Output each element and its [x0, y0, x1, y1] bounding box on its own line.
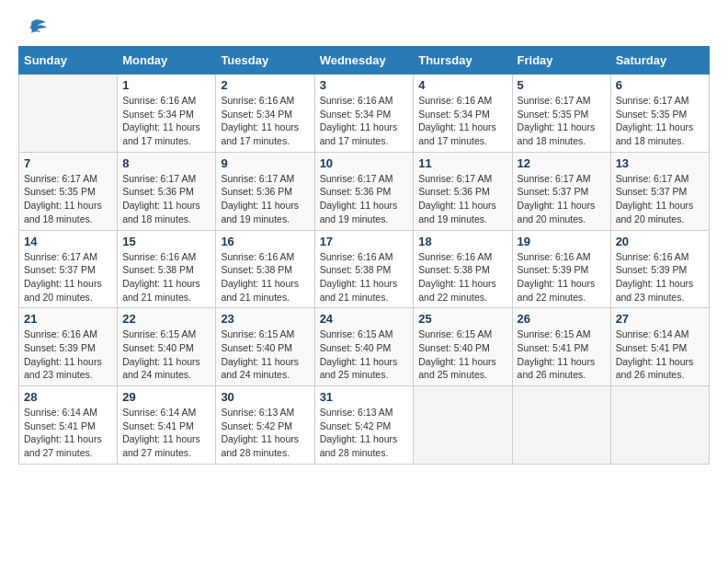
day-number: 1 — [122, 78, 210, 92]
day-number: 31 — [320, 390, 409, 404]
day-info: Sunrise: 6:16 AM Sunset: 5:39 PM Dayligh… — [24, 327, 112, 382]
day-info: Sunrise: 6:16 AM Sunset: 5:39 PM Dayligh… — [518, 250, 606, 304]
day-number: 11 — [418, 156, 506, 170]
day-info: Sunrise: 6:17 AM Sunset: 5:37 PM Dayligh… — [24, 250, 112, 304]
day-number: 30 — [221, 390, 309, 404]
calendar-cell: 19Sunrise: 6:16 AM Sunset: 5:39 PM Dayli… — [512, 230, 610, 308]
day-info: Sunrise: 6:15 AM Sunset: 5:40 PM Dayligh… — [221, 327, 309, 382]
calendar-cell: 28Sunrise: 6:14 AM Sunset: 5:41 PM Dayli… — [19, 386, 118, 465]
day-info: Sunrise: 6:14 AM Sunset: 5:41 PM Dayligh… — [122, 406, 210, 460]
day-number: 7 — [24, 156, 112, 170]
calendar-cell: 25Sunrise: 6:15 AM Sunset: 5:40 PM Dayli… — [414, 308, 512, 386]
header-saturday: Saturday — [610, 47, 709, 75]
day-number: 12 — [518, 156, 606, 170]
logo — [18, 18, 48, 37]
day-info: Sunrise: 6:16 AM Sunset: 5:39 PM Dayligh… — [616, 250, 704, 304]
calendar-cell: 24Sunrise: 6:15 AM Sunset: 5:40 PM Dayli… — [314, 308, 414, 386]
day-number: 22 — [122, 312, 210, 326]
calendar-table: SundayMondayTuesdayWednesdayThursdayFrid… — [18, 46, 710, 465]
day-info: Sunrise: 6:15 AM Sunset: 5:40 PM Dayligh… — [122, 327, 210, 382]
calendar-cell: 11Sunrise: 6:17 AM Sunset: 5:36 PM Dayli… — [414, 152, 512, 230]
day-info: Sunrise: 6:16 AM Sunset: 5:34 PM Dayligh… — [418, 94, 506, 148]
day-number: 25 — [418, 312, 506, 326]
day-number: 15 — [122, 235, 210, 248]
calendar-cell: 9Sunrise: 6:17 AM Sunset: 5:36 PM Daylig… — [216, 152, 314, 230]
header-sunday: Sunday — [19, 47, 118, 75]
calendar-cell: 7Sunrise: 6:17 AM Sunset: 5:35 PM Daylig… — [19, 152, 118, 230]
calendar-cell: 12Sunrise: 6:17 AM Sunset: 5:37 PM Dayli… — [512, 152, 610, 230]
day-info: Sunrise: 6:14 AM Sunset: 5:41 PM Dayligh… — [24, 406, 112, 460]
day-info: Sunrise: 6:17 AM Sunset: 5:35 PM Dayligh… — [616, 94, 704, 148]
day-number: 6 — [616, 78, 704, 92]
calendar-cell: 10Sunrise: 6:17 AM Sunset: 5:36 PM Dayli… — [314, 152, 414, 230]
day-info: Sunrise: 6:17 AM Sunset: 5:36 PM Dayligh… — [320, 172, 409, 226]
day-number: 24 — [320, 312, 409, 326]
day-number: 4 — [418, 78, 506, 92]
day-info: Sunrise: 6:17 AM Sunset: 5:36 PM Dayligh… — [122, 172, 210, 226]
day-number: 10 — [320, 156, 409, 170]
calendar-week-2: 7Sunrise: 6:17 AM Sunset: 5:35 PM Daylig… — [19, 152, 710, 230]
calendar-cell: 3Sunrise: 6:16 AM Sunset: 5:34 PM Daylig… — [314, 75, 414, 153]
calendar-cell: 23Sunrise: 6:15 AM Sunset: 5:40 PM Dayli… — [216, 308, 314, 386]
day-number: 29 — [122, 390, 210, 404]
day-info: Sunrise: 6:16 AM Sunset: 5:34 PM Dayligh… — [122, 94, 210, 148]
calendar-cell: 16Sunrise: 6:16 AM Sunset: 5:38 PM Dayli… — [216, 230, 314, 308]
day-info: Sunrise: 6:13 AM Sunset: 5:42 PM Dayligh… — [221, 406, 309, 460]
calendar-cell: 5Sunrise: 6:17 AM Sunset: 5:35 PM Daylig… — [512, 75, 610, 153]
calendar-cell — [610, 386, 709, 465]
day-info: Sunrise: 6:16 AM Sunset: 5:38 PM Dayligh… — [418, 250, 506, 304]
day-info: Sunrise: 6:17 AM Sunset: 5:37 PM Dayligh… — [518, 172, 606, 226]
calendar-cell: 29Sunrise: 6:14 AM Sunset: 5:41 PM Dayli… — [118, 386, 216, 465]
day-info: Sunrise: 6:15 AM Sunset: 5:41 PM Dayligh… — [518, 327, 606, 382]
day-number: 26 — [518, 312, 606, 326]
calendar-cell: 6Sunrise: 6:17 AM Sunset: 5:35 PM Daylig… — [610, 75, 709, 153]
calendar-cell: 17Sunrise: 6:16 AM Sunset: 5:38 PM Dayli… — [314, 230, 414, 308]
calendar-cell: 26Sunrise: 6:15 AM Sunset: 5:41 PM Dayli… — [512, 308, 610, 386]
calendar-cell: 14Sunrise: 6:17 AM Sunset: 5:37 PM Dayli… — [19, 230, 118, 308]
day-info: Sunrise: 6:16 AM Sunset: 5:38 PM Dayligh… — [320, 250, 409, 304]
day-number: 23 — [221, 312, 309, 326]
day-info: Sunrise: 6:17 AM Sunset: 5:36 PM Dayligh… — [418, 172, 506, 226]
calendar-week-5: 28Sunrise: 6:14 AM Sunset: 5:41 PM Dayli… — [19, 386, 710, 465]
day-number: 20 — [616, 235, 704, 248]
header-wednesday: Wednesday — [314, 47, 414, 75]
day-number: 3 — [320, 78, 409, 92]
day-info: Sunrise: 6:13 AM Sunset: 5:42 PM Dayligh… — [320, 406, 409, 460]
day-number: 17 — [320, 235, 409, 248]
calendar-cell — [512, 386, 610, 465]
calendar-cell: 4Sunrise: 6:16 AM Sunset: 5:34 PM Daylig… — [414, 75, 512, 153]
day-info: Sunrise: 6:14 AM Sunset: 5:41 PM Dayligh… — [616, 327, 704, 382]
page-header — [18, 18, 710, 37]
day-number: 16 — [221, 235, 309, 248]
calendar-cell: 31Sunrise: 6:13 AM Sunset: 5:42 PM Dayli… — [314, 386, 414, 465]
day-number: 18 — [418, 235, 506, 248]
calendar-cell: 21Sunrise: 6:16 AM Sunset: 5:39 PM Dayli… — [19, 308, 118, 386]
calendar-cell: 15Sunrise: 6:16 AM Sunset: 5:38 PM Dayli… — [118, 230, 216, 308]
day-info: Sunrise: 6:15 AM Sunset: 5:40 PM Dayligh… — [320, 327, 409, 382]
day-info: Sunrise: 6:16 AM Sunset: 5:34 PM Dayligh… — [221, 94, 309, 148]
day-number: 21 — [24, 312, 112, 326]
day-info: Sunrise: 6:15 AM Sunset: 5:40 PM Dayligh… — [418, 327, 506, 382]
calendar-week-1: 1Sunrise: 6:16 AM Sunset: 5:34 PM Daylig… — [19, 75, 710, 153]
calendar-cell: 20Sunrise: 6:16 AM Sunset: 5:39 PM Dayli… — [610, 230, 709, 308]
day-info: Sunrise: 6:17 AM Sunset: 5:35 PM Dayligh… — [518, 94, 606, 148]
calendar-cell: 22Sunrise: 6:15 AM Sunset: 5:40 PM Dayli… — [118, 308, 216, 386]
calendar-week-4: 21Sunrise: 6:16 AM Sunset: 5:39 PM Dayli… — [19, 308, 710, 386]
day-number: 9 — [221, 156, 309, 170]
day-number: 27 — [616, 312, 704, 326]
calendar-cell: 18Sunrise: 6:16 AM Sunset: 5:38 PM Dayli… — [414, 230, 512, 308]
calendar-cell: 1Sunrise: 6:16 AM Sunset: 5:34 PM Daylig… — [118, 75, 216, 153]
header-tuesday: Tuesday — [216, 47, 314, 75]
day-number: 28 — [24, 390, 112, 404]
calendar-cell: 2Sunrise: 6:16 AM Sunset: 5:34 PM Daylig… — [216, 75, 314, 153]
header-monday: Monday — [118, 47, 216, 75]
logo-bird-icon — [20, 18, 48, 37]
day-number: 8 — [122, 156, 210, 170]
calendar-cell — [414, 386, 512, 465]
day-info: Sunrise: 6:17 AM Sunset: 5:36 PM Dayligh… — [221, 172, 309, 226]
header-thursday: Thursday — [414, 47, 512, 75]
calendar-cell: 13Sunrise: 6:17 AM Sunset: 5:37 PM Dayli… — [610, 152, 709, 230]
day-number: 14 — [24, 235, 112, 248]
header-friday: Friday — [512, 47, 610, 75]
day-number: 5 — [518, 78, 606, 92]
